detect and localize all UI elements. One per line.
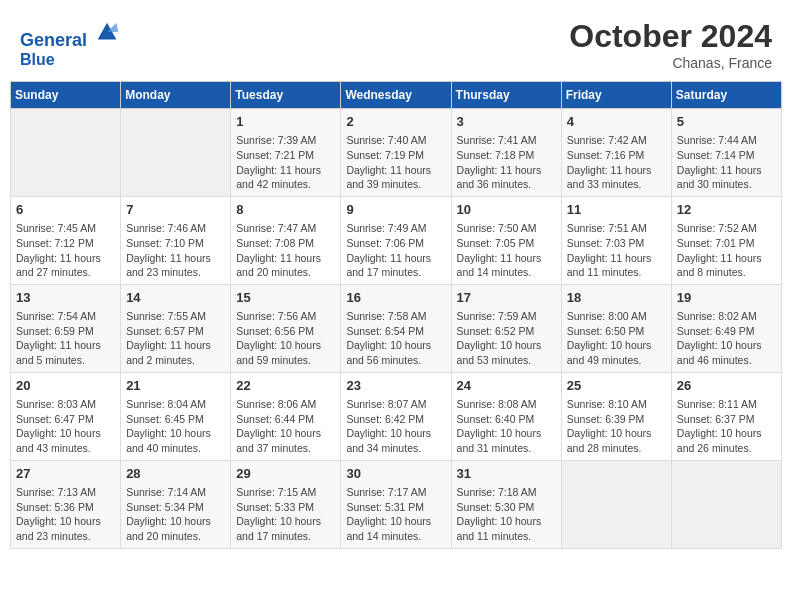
day-info: Sunrise: 7:18 AMSunset: 5:30 PMDaylight:… [457, 485, 556, 544]
logo-blue: Blue [20, 51, 122, 69]
day-number: 5 [677, 113, 776, 131]
day-info: Sunrise: 8:06 AMSunset: 6:44 PMDaylight:… [236, 397, 335, 456]
day-of-week-header: Wednesday [341, 82, 451, 109]
day-info: Sunrise: 7:55 AMSunset: 6:57 PMDaylight:… [126, 309, 225, 368]
day-info: Sunrise: 7:59 AMSunset: 6:52 PMDaylight:… [457, 309, 556, 368]
day-info: Sunrise: 8:00 AMSunset: 6:50 PMDaylight:… [567, 309, 666, 368]
day-number: 11 [567, 201, 666, 219]
calendar-day-cell: 31Sunrise: 7:18 AMSunset: 5:30 PMDayligh… [451, 460, 561, 548]
calendar-week-row: 20Sunrise: 8:03 AMSunset: 6:47 PMDayligh… [11, 372, 782, 460]
calendar-day-cell: 3Sunrise: 7:41 AMSunset: 7:18 PMDaylight… [451, 109, 561, 197]
day-number: 9 [346, 201, 445, 219]
day-number: 26 [677, 377, 776, 395]
calendar-day-cell: 12Sunrise: 7:52 AMSunset: 7:01 PMDayligh… [671, 196, 781, 284]
calendar-day-cell: 22Sunrise: 8:06 AMSunset: 6:44 PMDayligh… [231, 372, 341, 460]
day-info: Sunrise: 7:46 AMSunset: 7:10 PMDaylight:… [126, 221, 225, 280]
day-number: 20 [16, 377, 115, 395]
calendar-day-cell: 25Sunrise: 8:10 AMSunset: 6:39 PMDayligh… [561, 372, 671, 460]
title-block: October 2024 Chanas, France [569, 18, 772, 71]
day-number: 31 [457, 465, 556, 483]
day-info: Sunrise: 7:52 AMSunset: 7:01 PMDaylight:… [677, 221, 776, 280]
day-info: Sunrise: 8:04 AMSunset: 6:45 PMDaylight:… [126, 397, 225, 456]
day-info: Sunrise: 8:08 AMSunset: 6:40 PMDaylight:… [457, 397, 556, 456]
day-number: 7 [126, 201, 225, 219]
day-of-week-header: Monday [121, 82, 231, 109]
calendar-day-cell: 17Sunrise: 7:59 AMSunset: 6:52 PMDayligh… [451, 284, 561, 372]
day-number: 22 [236, 377, 335, 395]
calendar-day-cell: 19Sunrise: 8:02 AMSunset: 6:49 PMDayligh… [671, 284, 781, 372]
day-number: 27 [16, 465, 115, 483]
calendar-day-cell: 21Sunrise: 8:04 AMSunset: 6:45 PMDayligh… [121, 372, 231, 460]
day-info: Sunrise: 7:51 AMSunset: 7:03 PMDaylight:… [567, 221, 666, 280]
calendar-week-row: 1Sunrise: 7:39 AMSunset: 7:21 PMDaylight… [11, 109, 782, 197]
day-number: 14 [126, 289, 225, 307]
day-of-week-header: Saturday [671, 82, 781, 109]
day-number: 18 [567, 289, 666, 307]
calendar-table: SundayMondayTuesdayWednesdayThursdayFrid… [10, 81, 782, 549]
day-number: 24 [457, 377, 556, 395]
day-of-week-header: Tuesday [231, 82, 341, 109]
day-number: 4 [567, 113, 666, 131]
day-of-week-header: Friday [561, 82, 671, 109]
day-info: Sunrise: 8:11 AMSunset: 6:37 PMDaylight:… [677, 397, 776, 456]
day-info: Sunrise: 8:07 AMSunset: 6:42 PMDaylight:… [346, 397, 445, 456]
calendar-day-cell: 4Sunrise: 7:42 AMSunset: 7:16 PMDaylight… [561, 109, 671, 197]
day-number: 3 [457, 113, 556, 131]
day-info: Sunrise: 7:54 AMSunset: 6:59 PMDaylight:… [16, 309, 115, 368]
day-number: 23 [346, 377, 445, 395]
day-number: 28 [126, 465, 225, 483]
day-info: Sunrise: 8:02 AMSunset: 6:49 PMDaylight:… [677, 309, 776, 368]
calendar-day-cell: 27Sunrise: 7:13 AMSunset: 5:36 PMDayligh… [11, 460, 121, 548]
calendar-day-cell: 29Sunrise: 7:15 AMSunset: 5:33 PMDayligh… [231, 460, 341, 548]
logo-text: General [20, 18, 122, 51]
calendar-day-cell: 8Sunrise: 7:47 AMSunset: 7:08 PMDaylight… [231, 196, 341, 284]
day-info: Sunrise: 7:45 AMSunset: 7:12 PMDaylight:… [16, 221, 115, 280]
day-info: Sunrise: 7:39 AMSunset: 7:21 PMDaylight:… [236, 133, 335, 192]
day-info: Sunrise: 7:13 AMSunset: 5:36 PMDaylight:… [16, 485, 115, 544]
day-info: Sunrise: 7:41 AMSunset: 7:18 PMDaylight:… [457, 133, 556, 192]
calendar-day-cell [11, 109, 121, 197]
day-number: 8 [236, 201, 335, 219]
day-of-week-header: Thursday [451, 82, 561, 109]
day-number: 17 [457, 289, 556, 307]
calendar-day-cell: 26Sunrise: 8:11 AMSunset: 6:37 PMDayligh… [671, 372, 781, 460]
day-info: Sunrise: 7:42 AMSunset: 7:16 PMDaylight:… [567, 133, 666, 192]
logo: General Blue [20, 18, 122, 68]
calendar-day-cell [671, 460, 781, 548]
day-info: Sunrise: 7:49 AMSunset: 7:06 PMDaylight:… [346, 221, 445, 280]
calendar-day-cell: 2Sunrise: 7:40 AMSunset: 7:19 PMDaylight… [341, 109, 451, 197]
day-number: 12 [677, 201, 776, 219]
calendar-day-cell: 13Sunrise: 7:54 AMSunset: 6:59 PMDayligh… [11, 284, 121, 372]
day-info: Sunrise: 7:15 AMSunset: 5:33 PMDaylight:… [236, 485, 335, 544]
day-info: Sunrise: 7:58 AMSunset: 6:54 PMDaylight:… [346, 309, 445, 368]
logo-general: General [20, 30, 87, 50]
day-number: 10 [457, 201, 556, 219]
page-header: General Blue October 2024 Chanas, France [10, 10, 782, 75]
day-number: 13 [16, 289, 115, 307]
calendar-day-cell [121, 109, 231, 197]
calendar-day-cell: 5Sunrise: 7:44 AMSunset: 7:14 PMDaylight… [671, 109, 781, 197]
day-info: Sunrise: 7:47 AMSunset: 7:08 PMDaylight:… [236, 221, 335, 280]
logo-icon [94, 18, 122, 46]
calendar-day-cell: 1Sunrise: 7:39 AMSunset: 7:21 PMDaylight… [231, 109, 341, 197]
calendar-week-row: 6Sunrise: 7:45 AMSunset: 7:12 PMDaylight… [11, 196, 782, 284]
calendar-day-cell: 16Sunrise: 7:58 AMSunset: 6:54 PMDayligh… [341, 284, 451, 372]
calendar-day-cell: 11Sunrise: 7:51 AMSunset: 7:03 PMDayligh… [561, 196, 671, 284]
day-number: 29 [236, 465, 335, 483]
day-number: 6 [16, 201, 115, 219]
day-info: Sunrise: 7:40 AMSunset: 7:19 PMDaylight:… [346, 133, 445, 192]
calendar-day-cell: 23Sunrise: 8:07 AMSunset: 6:42 PMDayligh… [341, 372, 451, 460]
day-info: Sunrise: 7:50 AMSunset: 7:05 PMDaylight:… [457, 221, 556, 280]
calendar-day-cell: 10Sunrise: 7:50 AMSunset: 7:05 PMDayligh… [451, 196, 561, 284]
day-info: Sunrise: 7:44 AMSunset: 7:14 PMDaylight:… [677, 133, 776, 192]
day-number: 1 [236, 113, 335, 131]
day-of-week-header: Sunday [11, 82, 121, 109]
calendar-header-row: SundayMondayTuesdayWednesdayThursdayFrid… [11, 82, 782, 109]
calendar-day-cell: 6Sunrise: 7:45 AMSunset: 7:12 PMDaylight… [11, 196, 121, 284]
calendar-day-cell: 24Sunrise: 8:08 AMSunset: 6:40 PMDayligh… [451, 372, 561, 460]
calendar-day-cell: 15Sunrise: 7:56 AMSunset: 6:56 PMDayligh… [231, 284, 341, 372]
day-number: 30 [346, 465, 445, 483]
calendar-day-cell: 9Sunrise: 7:49 AMSunset: 7:06 PMDaylight… [341, 196, 451, 284]
calendar-day-cell: 30Sunrise: 7:17 AMSunset: 5:31 PMDayligh… [341, 460, 451, 548]
day-number: 16 [346, 289, 445, 307]
